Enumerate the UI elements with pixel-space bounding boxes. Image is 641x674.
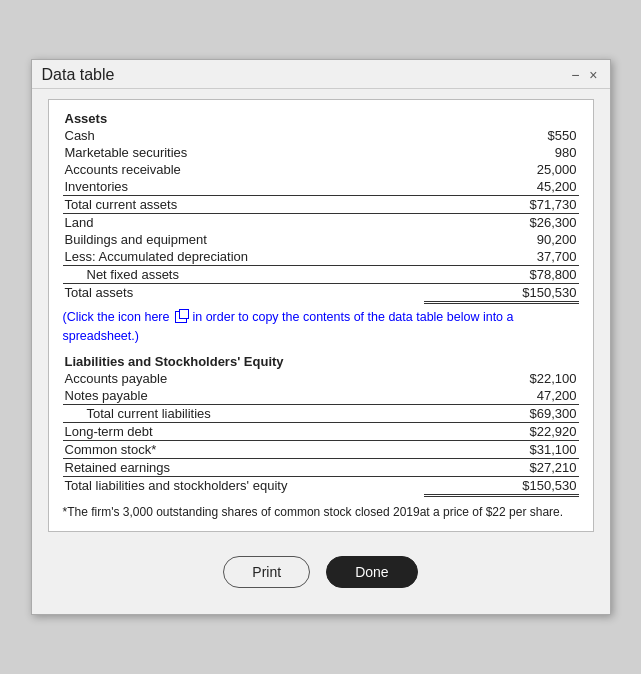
assets-header: Assets [63, 110, 424, 127]
table-row: Cash $550 [63, 127, 579, 144]
close-button[interactable]: × [587, 67, 599, 83]
table-row: Notes payable 47,200 [63, 387, 579, 405]
table-row: Accounts receivable 25,000 [63, 161, 579, 178]
table-row: Common stock* $31,100 [63, 441, 579, 459]
data-table-container[interactable]: Assets Cash $550 Marketable securities 9… [48, 99, 594, 533]
main-window: Data table − × Assets Cash $550 [31, 59, 611, 616]
table-row: Long-term debt $22,920 [63, 423, 579, 441]
table-row: Total current liabilities $69,300 [63, 405, 579, 423]
footer-buttons: Print Done [48, 542, 594, 604]
liabilities-header: Liabilities and Stockholders' Equity [63, 353, 424, 370]
table-row: Total assets $150,530 [63, 283, 579, 302]
liabilities-table: Liabilities and Stockholders' Equity Acc… [63, 353, 579, 497]
done-button[interactable]: Done [326, 556, 417, 588]
window-controls: − × [569, 67, 599, 83]
footnote: *The firm's 3,000 outstanding shares of … [63, 503, 579, 521]
table-row: Accounts payable $22,100 [63, 370, 579, 387]
title-bar: Data table − × [32, 60, 610, 89]
table-row: Total liabilities and stockholders' equi… [63, 477, 579, 496]
copy-icon[interactable] [175, 311, 187, 323]
table-row: Total current assets $71,730 [63, 195, 579, 213]
table-row: Inventories 45,200 [63, 178, 579, 196]
click-notice-text: (Click the icon here [63, 310, 173, 324]
table-row: Net fixed assets $78,800 [63, 265, 579, 283]
content-area: Assets Cash $550 Marketable securities 9… [32, 89, 610, 615]
window-title: Data table [42, 66, 115, 84]
assets-table: Assets Cash $550 Marketable securities 9… [63, 110, 579, 304]
click-notice[interactable]: (Click the icon here in order to copy th… [63, 308, 579, 346]
table-row: Retained earnings $27,210 [63, 459, 579, 477]
table-row: Less: Accumulated depreciation 37,700 [63, 248, 579, 266]
table-row: Marketable securities 980 [63, 144, 579, 161]
print-button[interactable]: Print [223, 556, 310, 588]
minimize-button[interactable]: − [569, 67, 581, 83]
table-row: Buildings and equipment 90,200 [63, 231, 579, 248]
table-row: Land $26,300 [63, 213, 579, 231]
